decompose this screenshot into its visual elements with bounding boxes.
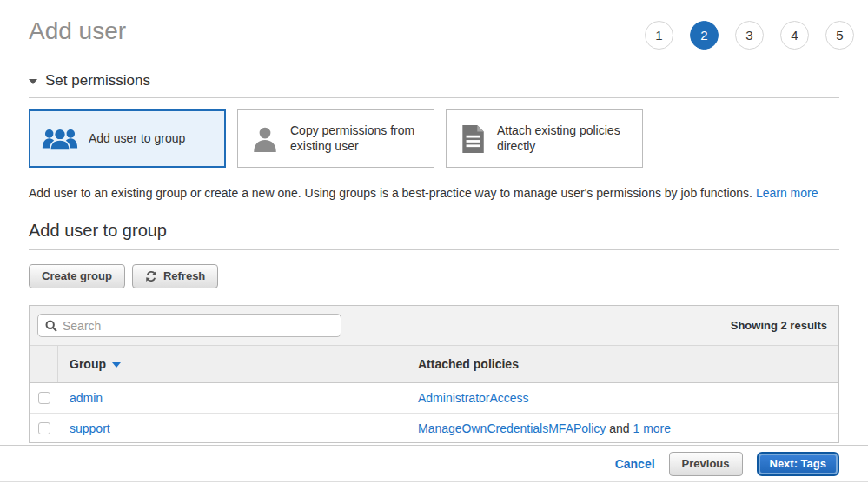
row-checkbox-cell [30,422,58,434]
search-icon [45,320,57,332]
policy-and-text: and [606,421,633,435]
wizard-footer: Cancel Previous Next: Tags [0,445,868,482]
more-policies-link[interactable]: 1 more [633,421,671,435]
option-add-user-to-group[interactable]: Add user to group [29,109,226,168]
search-box[interactable] [37,314,341,337]
policy-link[interactable]: ManageOwnCredentialsMFAPolicy [418,421,606,435]
group-link[interactable]: support [70,421,110,435]
option-label: Add user to group [89,131,185,147]
create-group-label: Create group [42,269,112,282]
step-circle-2: 2 [690,21,719,50]
select-all-header-cell [30,346,58,382]
attached-policies-cell: AdministratorAccess [407,391,838,405]
policy-document-icon [459,124,487,154]
results-count: Showing 2 results [731,319,827,332]
group-name-cell: admin [58,391,407,405]
learn-more-link[interactable]: Learn more [756,186,818,200]
attached-policies-cell: ManageOwnCredentialsMFAPolicy and 1 more [407,421,838,435]
search-input[interactable] [63,319,334,333]
set-permissions-header[interactable]: Set permissions [29,72,839,98]
row-checkbox[interactable] [38,392,50,404]
groups-table: Showing 2 results Group Attached policie… [29,305,839,443]
sort-descending-icon [112,362,121,368]
table-row: admin AdministratorAccess [30,383,838,413]
group-column-label: Group [70,357,106,371]
step-circle-4: 4 [780,21,809,50]
refresh-icon [145,270,157,282]
group-link[interactable]: admin [70,391,103,405]
row-checkbox-cell [30,392,58,404]
permission-option-cards: Add user to group Copy permissions from … [29,109,839,168]
refresh-label: Refresh [163,269,205,282]
wizard-steps: 1 2 3 4 5 [645,21,854,50]
group-description: Add user to an existing group or create … [29,186,839,200]
next-tags-button[interactable]: Next: Tags [757,452,840,476]
page-header: Add user 1 2 3 4 5 [0,0,868,50]
group-name-cell: support [58,421,407,435]
step-circle-1: 1 [645,21,673,50]
next-tags-label: Next: Tags [770,457,827,470]
step-circle-5: 5 [825,21,854,50]
table-search-row: Showing 2 results [30,306,838,345]
table-header-row: Group Attached policies [30,345,838,383]
table-row: support ManageOwnCredentialsMFAPolicy an… [30,413,838,442]
policies-column-label: Attached policies [418,357,519,371]
previous-button[interactable]: Previous [669,452,743,476]
option-label: Attach existing policies directly [497,123,633,154]
cancel-link[interactable]: Cancel [615,457,655,471]
policies-column-header: Attached policies [407,346,838,382]
create-group-button[interactable]: Create group [29,264,125,288]
previous-label: Previous [682,457,730,470]
add-user-to-group-title: Add user to group [29,221,839,250]
description-text: Add user to an existing group or create … [29,186,756,200]
option-attach-policies[interactable]: Attach existing policies directly [446,109,643,168]
policy-link[interactable]: AdministratorAccess [418,391,529,405]
option-label: Copy permissions from existing user [290,123,425,154]
step-circle-3: 3 [735,21,764,50]
group-column-header[interactable]: Group [58,346,407,382]
collapse-caret-icon [29,79,37,84]
single-user-icon [250,124,280,154]
set-permissions-label: Set permissions [45,72,150,90]
option-copy-permissions[interactable]: Copy permissions from existing user [237,109,434,168]
refresh-button[interactable]: Refresh [132,264,218,288]
row-checkbox[interactable] [38,422,50,434]
page-title: Add user [29,17,126,45]
user-group-icon [42,126,78,152]
group-toolbar: Create group Refresh [29,264,839,288]
